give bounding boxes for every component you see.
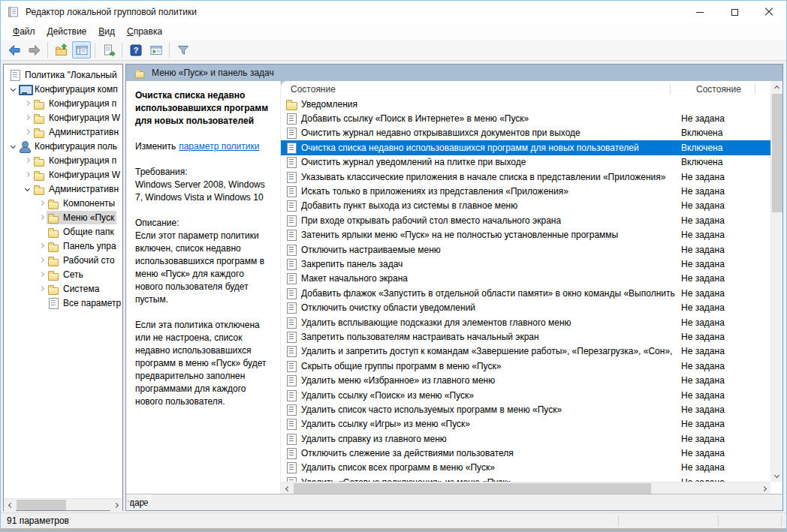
menu-file[interactable]: Файл <box>7 25 41 38</box>
tree-horizontal-scrollbar[interactable] <box>4 498 122 510</box>
column-separator[interactable] <box>670 83 671 95</box>
up-one-level-button[interactable] <box>52 41 71 59</box>
chevron-icon[interactable] <box>23 101 32 105</box>
minimize-button[interactable] <box>683 1 717 23</box>
policy-row[interactable]: Очистка списка недавно использовавшихся … <box>281 140 770 155</box>
tree-item[interactable]: Конфигурация п <box>4 153 122 167</box>
chevron-icon[interactable] <box>23 173 32 176</box>
chevron-icon[interactable] <box>8 87 18 91</box>
policy-row[interactable]: Удалить список всех программ в меню «Пус… <box>281 461 770 475</box>
chevron-icon[interactable] <box>23 158 32 162</box>
scroll-right-button[interactable] <box>758 482 770 494</box>
policy-row[interactable]: Удалить меню «Избранное» из главного мен… <box>281 373 770 387</box>
policy-row[interactable]: Запретить пользователям настраивать нача… <box>281 329 770 344</box>
show-window-button[interactable] <box>146 41 165 59</box>
policy-row-label: Уведомления <box>301 99 357 110</box>
chevron-icon[interactable] <box>23 116 32 119</box>
menu-view[interactable]: Вид <box>92 25 121 38</box>
tree-item[interactable]: Рабочий сто <box>4 253 122 267</box>
tree-item[interactable]: Конфигурация W <box>4 110 122 125</box>
chevron-icon[interactable] <box>23 130 32 134</box>
chevron-icon[interactable] <box>37 272 47 276</box>
scroll-left-button[interactable] <box>281 482 293 494</box>
policy-row[interactable]: Уведомления <box>281 97 770 111</box>
tree-item[interactable]: Конфигурация поль <box>4 139 122 153</box>
policy-row[interactable]: Закрепить панель задачНе задана <box>281 257 770 271</box>
tree-item[interactable]: Административн <box>4 125 122 139</box>
chevron-icon[interactable] <box>8 144 18 148</box>
chevron-icon[interactable] <box>37 244 47 248</box>
policy-row-state: Не задана <box>681 302 725 313</box>
filter-button[interactable] <box>173 41 192 59</box>
tree-item[interactable]: Конфигурация комп <box>4 82 122 96</box>
policy-row[interactable]: Удалить справку из главного менюНе задан… <box>281 431 770 446</box>
policy-row-state: Не задана <box>681 200 725 211</box>
chevron-icon[interactable] <box>37 258 47 262</box>
tree-item[interactable]: Панель упра <box>4 239 122 253</box>
policy-row[interactable]: Указывать классические приложения в нача… <box>281 170 770 184</box>
policy-row[interactable]: Искать только в приложениях из представл… <box>281 184 770 198</box>
column-separator[interactable] <box>755 83 755 95</box>
scroll-left-button[interactable] <box>4 499 16 511</box>
policy-row-label: При входе открывать рабочий стол вместо … <box>301 215 561 226</box>
tree-item[interactable]: Политика "Локальный <box>4 68 122 82</box>
scrollbar-thumb[interactable] <box>17 500 66 510</box>
show-console-tree-button[interactable] <box>72 41 91 59</box>
policy-row[interactable]: Затенить ярлыки меню «Пуск» на не полнос… <box>281 228 770 242</box>
edit-policy-prefix: Изменить <box>135 141 176 152</box>
tree-item[interactable]: Компоненты <box>4 196 122 210</box>
chevron-icon[interactable] <box>23 187 32 191</box>
tree-item[interactable]: Административн <box>4 182 122 196</box>
tree-item[interactable]: Все параметр <box>4 296 122 310</box>
policy-row[interactable]: При входе открывать рабочий стол вместо … <box>281 213 770 227</box>
policy-row[interactable]: Удалить ссылку «Поиск» из меню «Пуск»Не … <box>281 388 770 402</box>
tree-item[interactable]: Конфигурация п <box>4 96 122 110</box>
scroll-down-button[interactable] <box>770 470 782 482</box>
policy-row[interactable]: Удалить ссылку «Игры» из меню «Пуск»Не з… <box>281 417 770 431</box>
policy-row-state: Не задана <box>681 259 725 269</box>
scroll-up-button[interactable] <box>770 81 782 93</box>
policy-row[interactable]: Очистить журнал уведомлений на плитке пр… <box>281 155 770 170</box>
policy-rows: УведомленияДобавить ссылку «Поиск в Инте… <box>281 97 770 482</box>
menu-action[interactable]: Действие <box>41 25 93 38</box>
policy-setting-link[interactable]: параметр политики <box>179 141 259 152</box>
policy-row[interactable]: Добавить пункт выхода из системы в главн… <box>281 199 770 213</box>
menu-help[interactable]: Справка <box>121 25 168 38</box>
policy-row[interactable]: Удалить и запретить доступ к командам «З… <box>281 344 770 359</box>
back-button[interactable] <box>5 41 23 59</box>
policy-row[interactable]: Отключить настраиваемые менюНе задана <box>281 242 770 257</box>
tree-item[interactable]: Меню «Пуск <box>4 210 122 224</box>
policy-row[interactable]: Отключить очистку области уведомленийНе … <box>281 300 770 314</box>
chevron-icon[interactable] <box>37 287 47 290</box>
tree-item[interactable]: Конфигурация W <box>4 167 122 182</box>
tree-item[interactable]: Система <box>4 281 122 296</box>
policy-row[interactable]: Отключить слежение за действиями пользов… <box>281 446 770 460</box>
window-resize-edge[interactable] <box>1 528 786 531</box>
scrollbar-thumb[interactable] <box>294 483 651 494</box>
policy-icon <box>286 433 297 445</box>
policy-row[interactable]: Добавить ссылку «Поиск в Интернете» в ме… <box>281 111 770 125</box>
policy-row[interactable]: Очистить журнал недавно открывавшихся до… <box>281 126 770 140</box>
close-button[interactable] <box>752 1 786 23</box>
forward-button[interactable] <box>25 41 44 59</box>
tree-item[interactable]: Сеть <box>4 267 122 281</box>
policy-row[interactable]: Удалить всплывающие подсказки для элемен… <box>281 315 770 329</box>
chevron-icon[interactable] <box>37 201 47 205</box>
policy-icon <box>286 127 297 139</box>
policy-row[interactable]: Удалить «Сетевые подключения» из меню «П… <box>281 475 770 482</box>
policy-row[interactable]: Скрыть общие группы программ в меню «Пус… <box>281 359 770 373</box>
column-header-state[interactable]: Состояние <box>696 84 741 95</box>
column-header-setting[interactable]: Состояние <box>291 84 336 95</box>
help-button[interactable]: ? <box>126 41 145 59</box>
scroll-right-button[interactable] <box>110 499 122 511</box>
policy-row[interactable]: Удалить список часто используемых програ… <box>281 402 770 416</box>
list-horizontal-scrollbar[interactable] <box>281 482 770 494</box>
export-list-button[interactable] <box>99 41 118 59</box>
list-vertical-scrollbar[interactable] <box>770 81 782 482</box>
tree-item[interactable]: Общие папк <box>4 224 122 239</box>
scrollbar-thumb[interactable] <box>772 94 782 212</box>
policy-row[interactable]: Добавить флажок «Запустить в отдельной о… <box>281 286 770 300</box>
maximize-button[interactable] <box>717 1 752 23</box>
policy-row[interactable]: Макет начального экранаНе задана <box>281 272 770 286</box>
chevron-icon[interactable] <box>37 215 47 219</box>
